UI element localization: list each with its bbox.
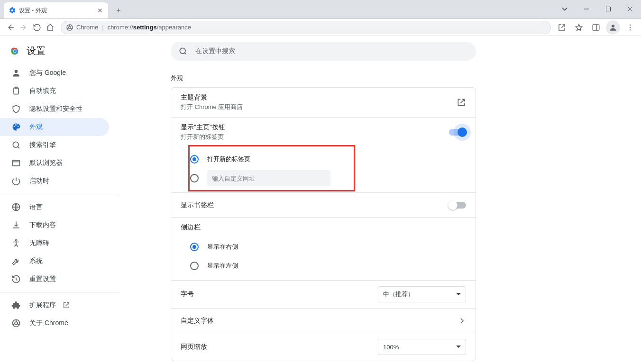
sidebar-item-label: 您与 Google — [29, 69, 66, 77]
home-button[interactable] — [44, 21, 57, 34]
window-minimize-button[interactable] — [576, 0, 597, 18]
radio-icon[interactable] — [190, 174, 199, 182]
sidebar-item-label: 无障碍 — [29, 239, 49, 247]
wrench-icon — [11, 256, 21, 266]
sidebar-item-on-startup[interactable]: 启动时 — [0, 172, 109, 190]
settings-sidebar: 设置 您与 Google 自动填充 隐私设置和安全性 外观 搜索引擎 — [0, 36, 119, 364]
chrome-logo-icon — [9, 46, 20, 56]
home-button-title: 显示"主页"按钮 — [181, 123, 449, 132]
svg-rect-0 — [606, 7, 611, 11]
restore-icon — [11, 274, 21, 284]
theme-title: 主题背景 — [181, 93, 457, 102]
bookmarks-bar-title: 显示书签栏 — [181, 201, 449, 209]
profile-button[interactable] — [606, 20, 620, 35]
radio-right-side[interactable]: 显示在右侧 — [190, 237, 476, 256]
select-value: 中（推荐） — [383, 290, 414, 299]
url-pre: chrome:// — [108, 24, 133, 31]
more-menu-button[interactable] — [623, 20, 637, 35]
open-in-new-icon[interactable] — [457, 98, 466, 107]
url-path: /appearance — [157, 24, 191, 31]
sidebar-item-autofill[interactable]: 自动填充 — [0, 82, 109, 100]
row-custom-font[interactable]: 自定义字体 — [171, 308, 476, 333]
svg-rect-3 — [593, 25, 599, 30]
omnibox-chip-label: Chrome — [76, 24, 98, 31]
sidepanel-button[interactable] — [589, 20, 603, 35]
radio-label: 显示在右侧 — [207, 243, 238, 251]
radio-icon[interactable] — [190, 262, 199, 270]
svg-point-17 — [15, 240, 17, 241]
new-tab-button[interactable] — [112, 4, 125, 17]
custom-url-input[interactable] — [207, 170, 330, 186]
row-bookmarks-bar: 显示书签栏 — [171, 192, 476, 217]
sidebar-item-default-browser[interactable]: 默认浏览器 — [0, 154, 109, 172]
sidebar-item-label: 隐私设置和安全性 — [29, 105, 82, 113]
svg-point-2 — [69, 26, 71, 28]
select-value: 100% — [383, 344, 399, 351]
sidebar-item-search-engine[interactable]: 搜索引擎 — [0, 136, 109, 154]
sidebar-item-about[interactable]: 关于 Chrome — [0, 314, 109, 332]
sidebar-item-label: 默认浏览器 — [29, 159, 63, 167]
sidebar-item-label: 系统 — [29, 257, 43, 265]
sidebar-header: 设置 — [0, 40, 119, 64]
window-close-button[interactable] — [619, 0, 641, 18]
radio-left-side[interactable]: 显示在左侧 — [190, 256, 476, 275]
browser-tab[interactable]: 设置 - 外观 — [4, 2, 108, 18]
sidebar-item-appearance[interactable]: 外观 — [0, 118, 109, 136]
forward-button[interactable] — [17, 21, 30, 34]
tab-title: 设置 - 外观 — [19, 7, 94, 15]
settings-search[interactable]: 在设置中搜索 — [171, 42, 476, 61]
radio-custom-url[interactable] — [190, 169, 476, 188]
chevron-right-icon — [458, 317, 466, 325]
zoom-select[interactable]: 100% — [378, 339, 466, 355]
section-title: 外观 — [171, 74, 476, 82]
sidebar-item-extensions[interactable]: 扩展程序 — [0, 296, 109, 314]
window-maximize-button[interactable] — [597, 0, 619, 18]
appearance-card: 主题背景 打开 Chrome 应用商店 显示"主页"按钮 打开新的标签页 — [171, 87, 476, 361]
home-button-toggle[interactable] — [449, 129, 466, 136]
row-theme[interactable]: 主题背景 打开 Chrome 应用商店 — [171, 88, 476, 117]
sidebar-item-privacy[interactable]: 隐私设置和安全性 — [0, 100, 109, 118]
tabs-dropdown-icon[interactable] — [554, 0, 576, 18]
zoom-title: 网页缩放 — [181, 343, 378, 351]
settings-content: 在设置中搜索 外观 主题背景 打开 Chrome 应用商店 显示"主页"按钮 打… — [119, 36, 641, 364]
svg-point-11 — [15, 70, 18, 73]
sidebar-item-reset[interactable]: 重置设置 — [0, 270, 109, 288]
sidebar-item-languages[interactable]: 语言 — [0, 198, 109, 216]
sidebar-item-downloads[interactable]: 下载内容 — [0, 216, 109, 234]
reload-button[interactable] — [30, 21, 44, 34]
download-icon — [11, 220, 21, 230]
sidebar-item-accessibility[interactable]: 无障碍 — [0, 234, 109, 252]
sidebar-item-label: 下载内容 — [29, 221, 56, 229]
sidebar-item-label: 重置设置 — [29, 275, 56, 283]
theme-sub: 打开 Chrome 应用商店 — [181, 103, 457, 111]
font-size-select[interactable]: 中（推荐） — [378, 286, 466, 302]
caret-down-icon — [456, 292, 461, 297]
chrome-chip-icon — [66, 24, 73, 31]
radio-icon[interactable] — [190, 155, 199, 164]
svg-point-6 — [630, 27, 631, 27]
search-icon — [178, 46, 188, 56]
radio-label: 显示在左侧 — [207, 262, 238, 270]
address-bar[interactable]: Chrome | chrome://settings/appearance — [61, 21, 551, 34]
svg-point-7 — [630, 29, 631, 30]
close-tab-icon[interactable] — [97, 7, 103, 14]
accessibility-icon — [11, 238, 21, 248]
sidebar-item-you-and-google[interactable]: 您与 Google — [0, 64, 109, 82]
radio-icon[interactable] — [190, 243, 199, 251]
sidebar-item-system[interactable]: 系统 — [0, 252, 109, 270]
font-size-title: 字号 — [181, 290, 378, 299]
browser-icon — [11, 158, 21, 168]
radio-label: 打开新的标签页 — [207, 155, 250, 164]
share-button[interactable] — [555, 20, 569, 35]
sidebar-item-label: 外观 — [29, 123, 43, 131]
chrome-small-icon — [11, 318, 21, 328]
bookmarks-bar-toggle[interactable] — [449, 202, 466, 209]
row-home-button: 显示"主页"按钮 打开新的标签页 — [171, 117, 476, 147]
side-panel-options: 显示在右侧 显示在左侧 — [171, 237, 476, 280]
bookmark-button[interactable] — [572, 20, 586, 35]
back-button[interactable] — [4, 21, 17, 34]
palette-icon — [11, 122, 21, 132]
row-side-panel: 侧边栏 — [171, 217, 476, 237]
svg-point-4 — [612, 25, 614, 27]
radio-new-tab[interactable]: 打开新的标签页 — [190, 150, 476, 169]
